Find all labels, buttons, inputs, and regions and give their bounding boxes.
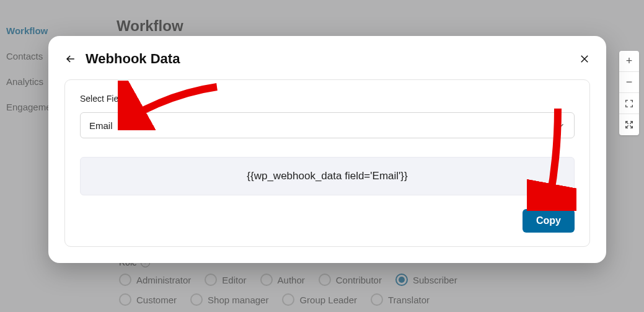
copy-button[interactable]: Copy (523, 209, 575, 233)
copy-button-label: Copy (536, 215, 561, 226)
modal-header: Webhook Data (64, 51, 590, 67)
close-icon[interactable] (579, 53, 590, 65)
zoom-out-button[interactable]: − (619, 72, 639, 93)
modal-header-left: Webhook Data (64, 51, 180, 67)
select-field-value: Email (89, 120, 113, 131)
zoom-in-button[interactable]: + (619, 51, 639, 72)
minus-icon: − (626, 76, 633, 89)
expand-icon (624, 120, 634, 130)
select-field-dropdown[interactable]: Email (80, 112, 575, 138)
button-row: Copy (80, 209, 575, 233)
modal-body: Select Field* Email {{wp_webhook_data fi… (64, 79, 590, 247)
plus-icon: + (626, 55, 633, 68)
select-field-label: Select Field* (80, 94, 575, 104)
back-arrow-icon[interactable] (64, 53, 77, 65)
chevron-down-icon (557, 121, 565, 130)
view-toolbar: + − (619, 51, 639, 135)
fullscreen-button[interactable] (619, 114, 639, 135)
merge-tag-text: {{wp_webhook_data field='Email'}} (247, 170, 407, 182)
required-asterisk: * (128, 94, 131, 104)
zoom-fit-button[interactable] (619, 93, 639, 114)
webhook-data-modal: Webhook Data Select Field* Email {{wp_we… (48, 36, 606, 263)
field-label-text: Select Field (80, 94, 125, 104)
fit-icon (624, 99, 634, 109)
merge-tag-display: {{wp_webhook_data field='Email'}} (80, 157, 575, 195)
modal-title: Webhook Data (86, 51, 180, 67)
